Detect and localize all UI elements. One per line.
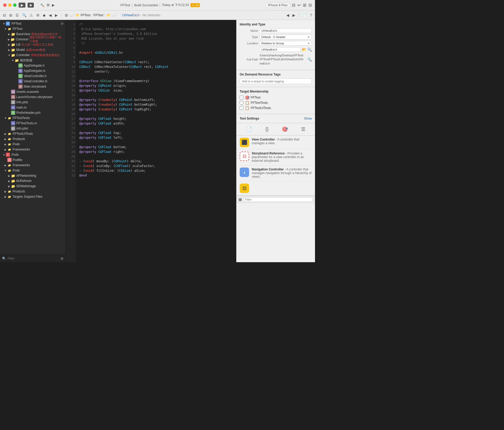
stop-button[interactable]: ■ xyxy=(28,3,34,8)
bc-fptest2[interactable]: FPTest xyxy=(93,13,103,17)
m-icon: m xyxy=(18,79,23,83)
bc-filename[interactable]: UIViewExt.h xyxy=(122,13,139,17)
nav-right-icon[interactable]: ▶ xyxy=(54,12,59,18)
type-dropdown[interactable]: Default - C Header ▼ xyxy=(260,35,312,39)
sidebar-item-info-plist[interactable]: pl Info.plist xyxy=(0,100,65,105)
doc-icon[interactable]: 📄 xyxy=(302,12,308,18)
code-content[interactable]: /* Erica Sadun, http://ericasadun.com iP… xyxy=(76,20,236,262)
filter-options-icon[interactable]: ⊞ xyxy=(61,257,63,260)
sidebar-item-fptestuitests[interactable]: 📁 FPTestUITests xyxy=(0,131,65,136)
sidebar-item-appdelegate-h[interactable]: h AppDelegate.h xyxy=(0,63,65,68)
line-numbers: 12345 678910 1112131415 1617181920 21222… xyxy=(66,20,76,262)
sidebar-item-fptest-group[interactable]: 📁 FPTest xyxy=(0,26,65,31)
bc-ellipsis[interactable]: ... xyxy=(70,13,72,17)
sidebar-item-afnetworking[interactable]: 📁 AFNetworking xyxy=(0,173,65,178)
warning-icon[interactable]: ⚠ xyxy=(29,12,34,18)
minimize-button[interactable] xyxy=(8,3,12,7)
breakpoint-icon[interactable]: ◆ xyxy=(42,12,46,18)
on-demand-input[interactable] xyxy=(240,78,312,84)
target-checkbox-fptest[interactable] xyxy=(240,96,243,99)
group-icon: 📁 xyxy=(7,195,12,199)
sidebar-item-pods-products[interactable]: 📁 Products xyxy=(0,189,65,194)
sidebar-item-launchscreen[interactable]: sb LaunchScreen.storyboard xyxy=(0,94,65,100)
sidebar-item-main-storyboard[interactable]: sb Main.storyboard xyxy=(0,84,65,89)
pods-frameworks-label: Frameworks xyxy=(13,163,30,167)
sidebar-item-common[interactable]: 📁 Common 团队写的用于公用的一些工具类 xyxy=(0,37,65,42)
sidebar-item-fptesttests[interactable]: 📁 FPTestTests xyxy=(0,115,65,121)
sidebar-item-pods-pods[interactable]: 📁 Pods xyxy=(0,168,65,173)
settings-icon[interactable]: ⚙ xyxy=(35,12,40,18)
sidebar-item-fptesttests-plist[interactable]: pl Info.plist xyxy=(0,126,65,131)
sidebar-filter-input[interactable] xyxy=(8,257,59,260)
arrow xyxy=(4,117,7,120)
sidebar-item-gencontroller[interactable]: 📁 根控制器 xyxy=(0,58,65,63)
location-file-value[interactable]: UIViewExt.h xyxy=(260,47,301,52)
sidebar-item-assets[interactable]: xa Assets.xcassets xyxy=(0,89,65,94)
inspector-filter-input[interactable] xyxy=(243,197,313,202)
bc-subfolder[interactable]: ... xyxy=(112,13,114,17)
hierarchy-icon[interactable]: ☰ xyxy=(15,12,20,18)
search-icon[interactable]: 🔍 xyxy=(21,12,27,18)
run-button[interactable]: ▶ xyxy=(19,3,25,8)
sidebar-item-mjrefresh[interactable]: 📁 MJRefresh xyxy=(0,178,65,184)
group-icon: 📁 xyxy=(7,137,12,141)
sidebar-item-fptest-root[interactable]: M FPTest M xyxy=(0,21,65,26)
folder-toggle-icon[interactable]: ⊟ xyxy=(2,12,7,18)
location-dropdown[interactable]: Relative to Group ▼ xyxy=(260,41,312,46)
sidebar-item-pods-frameworks[interactable]: 📁 Frameworks xyxy=(0,163,65,168)
nav-symbol: ‹ xyxy=(244,169,245,175)
show-button[interactable]: Show xyxy=(304,117,312,120)
sidebar-item-targets-support[interactable]: 📁 Targets Support Files xyxy=(0,194,65,199)
tab-object[interactable]: 🎯 xyxy=(281,125,289,133)
sidebar-item-viewcontroller-h[interactable]: h ViewController.h xyxy=(0,73,65,79)
sidebar-item-products[interactable]: 📁 Products xyxy=(0,136,65,142)
grid-icon[interactable]: ⊞ xyxy=(64,12,69,18)
reveal-icon[interactable]: 🔍 xyxy=(307,47,312,52)
close-button[interactable] xyxy=(3,3,7,7)
folder-browse-icon[interactable]: 📂 xyxy=(302,47,306,52)
sidebar-item-podfile[interactable]: p Podfile xyxy=(0,157,65,163)
name-value[interactable]: UIViewExt.h xyxy=(260,28,312,33)
dropdown-arrow: ▼ xyxy=(307,36,310,39)
nav-left-icon[interactable]: ◀ xyxy=(48,12,52,18)
sidebar-item-model[interactable]: 📁 Model 放置model数据 xyxy=(0,47,65,52)
maximize-button[interactable] xyxy=(13,3,17,7)
help-icon[interactable]: ? xyxy=(309,12,313,18)
tab-media[interactable]: ☰ xyxy=(300,125,306,133)
sidebar-item-viewcontroller-m[interactable]: m ViewController.m xyxy=(0,79,65,84)
sidebar-item-main-m[interactable]: m main.m xyxy=(0,105,65,110)
layout-icon-3[interactable]: ⊞ xyxy=(303,3,306,8)
layout-icon-2[interactable]: ↩ xyxy=(297,3,301,8)
on-demand-section: On Demand Resource Tags xyxy=(237,70,315,87)
nav-next-icon[interactable]: ▶ xyxy=(292,12,296,18)
type-label: Type xyxy=(240,35,258,39)
folder-icon: 📁 xyxy=(11,174,15,178)
layout-icon-1[interactable]: ⊟ xyxy=(292,3,295,8)
tab-code[interactable]: {} xyxy=(264,125,270,133)
nav-prev-icon[interactable]: ◀ xyxy=(286,12,290,18)
target-checkbox-fptestuitests[interactable] xyxy=(240,106,243,110)
scheme-selector[interactable]: 🔨 xyxy=(40,3,44,7)
sidebar-item-frameworks[interactable]: 📁 Frameworks xyxy=(0,147,65,152)
sidebar-item-appdelegate-m[interactable]: m AppDelegate.m xyxy=(0,68,65,73)
bc-file-icon: 📄 xyxy=(117,13,121,17)
symbol-icon[interactable]: ⊞ xyxy=(8,12,13,18)
device-selector[interactable]: iPhone 8 Plus xyxy=(266,3,290,8)
name-label: Name xyxy=(240,29,258,32)
sidebar-item-pods-group[interactable]: 📁 Pods xyxy=(0,142,65,147)
bc-fptest[interactable]: FPTest xyxy=(81,13,90,17)
target-row-fptest: 🎯 FPTest xyxy=(240,95,312,100)
tab-file[interactable]: 📄 xyxy=(245,125,253,133)
fullpath-reveal-icon[interactable]: 🔍 xyxy=(307,57,312,62)
sidebar-item-sdwebimage[interactable]: 📁 SDWebImage xyxy=(0,184,65,189)
nav-title: Navigation Controller - A controller tha… xyxy=(252,168,312,179)
inspector-grid-icon[interactable]: ⊞ xyxy=(239,197,242,202)
xcassets-icon: xa xyxy=(11,90,15,94)
sidebar-item-controller[interactable]: 📁 Controller 所有控制器类放置地方 xyxy=(0,52,65,58)
target-checkbox-fptesttests[interactable] xyxy=(240,101,243,105)
expand-arrow xyxy=(2,22,6,25)
sidebar-item-pods-root[interactable]: P Pods xyxy=(0,152,65,157)
sidebar-item-fptesttests-m[interactable]: m FPTestTests.m xyxy=(0,121,65,126)
sidebar-item-prefixheader[interactable]: h PrefixHeader.pch xyxy=(0,110,65,115)
layout-icon-4[interactable]: ⊟ xyxy=(308,3,312,8)
